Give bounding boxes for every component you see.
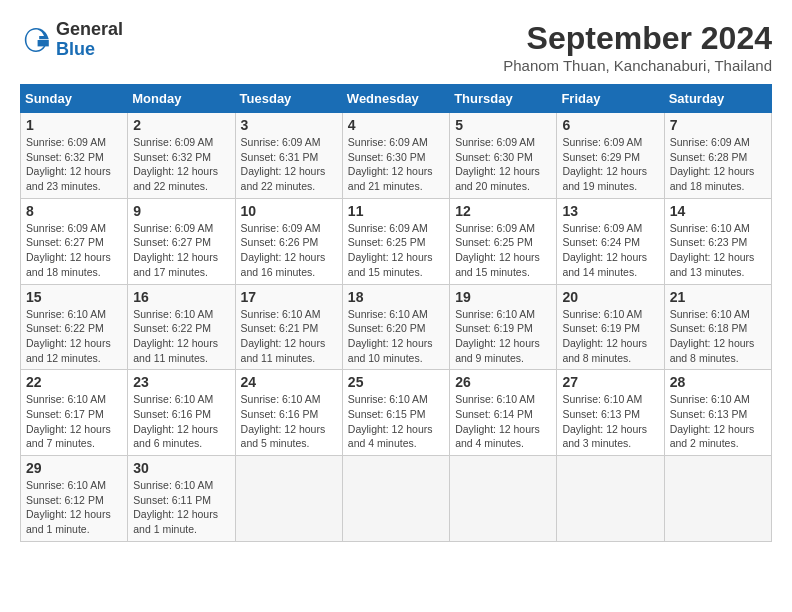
- calendar-day-cell: 6 Sunrise: 6:09 AMSunset: 6:29 PMDayligh…: [557, 113, 664, 199]
- calendar-day-cell: 15 Sunrise: 6:10 AMSunset: 6:22 PMDaylig…: [21, 284, 128, 370]
- day-number: 11: [348, 203, 444, 219]
- calendar-day-cell: 24 Sunrise: 6:10 AMSunset: 6:16 PMDaylig…: [235, 370, 342, 456]
- calendar-day-cell: 13 Sunrise: 6:09 AMSunset: 6:24 PMDaylig…: [557, 198, 664, 284]
- day-number: 20: [562, 289, 658, 305]
- day-number: 2: [133, 117, 229, 133]
- weekday-header-friday: Friday: [557, 85, 664, 113]
- day-number: 28: [670, 374, 766, 390]
- calendar-day-cell: 19 Sunrise: 6:10 AMSunset: 6:19 PMDaylig…: [450, 284, 557, 370]
- day-number: 13: [562, 203, 658, 219]
- day-number: 27: [562, 374, 658, 390]
- day-detail: Sunrise: 6:10 AMSunset: 6:13 PMDaylight:…: [562, 392, 658, 451]
- day-number: 15: [26, 289, 122, 305]
- logo-text: General Blue: [56, 20, 123, 60]
- calendar-day-cell: [235, 456, 342, 542]
- day-detail: Sunrise: 6:09 AMSunset: 6:30 PMDaylight:…: [455, 135, 551, 194]
- weekday-header-tuesday: Tuesday: [235, 85, 342, 113]
- calendar-day-cell: 27 Sunrise: 6:10 AMSunset: 6:13 PMDaylig…: [557, 370, 664, 456]
- day-detail: Sunrise: 6:10 AMSunset: 6:12 PMDaylight:…: [26, 478, 122, 537]
- day-number: 21: [670, 289, 766, 305]
- calendar-day-cell: 5 Sunrise: 6:09 AMSunset: 6:30 PMDayligh…: [450, 113, 557, 199]
- calendar-day-cell: [342, 456, 449, 542]
- calendar-day-cell: 23 Sunrise: 6:10 AMSunset: 6:16 PMDaylig…: [128, 370, 235, 456]
- day-number: 26: [455, 374, 551, 390]
- calendar-day-cell: 26 Sunrise: 6:10 AMSunset: 6:14 PMDaylig…: [450, 370, 557, 456]
- day-detail: Sunrise: 6:09 AMSunset: 6:28 PMDaylight:…: [670, 135, 766, 194]
- day-number: 16: [133, 289, 229, 305]
- day-detail: Sunrise: 6:10 AMSunset: 6:16 PMDaylight:…: [133, 392, 229, 451]
- day-detail: Sunrise: 6:09 AMSunset: 6:30 PMDaylight:…: [348, 135, 444, 194]
- calendar-day-cell: 14 Sunrise: 6:10 AMSunset: 6:23 PMDaylig…: [664, 198, 771, 284]
- day-detail: Sunrise: 6:10 AMSunset: 6:16 PMDaylight:…: [241, 392, 337, 451]
- day-number: 3: [241, 117, 337, 133]
- calendar-day-cell: 16 Sunrise: 6:10 AMSunset: 6:22 PMDaylig…: [128, 284, 235, 370]
- calendar-day-cell: 30 Sunrise: 6:10 AMSunset: 6:11 PMDaylig…: [128, 456, 235, 542]
- calendar-day-cell: 12 Sunrise: 6:09 AMSunset: 6:25 PMDaylig…: [450, 198, 557, 284]
- day-number: 19: [455, 289, 551, 305]
- weekday-header-row: SundayMondayTuesdayWednesdayThursdayFrid…: [21, 85, 772, 113]
- calendar-week-row: 15 Sunrise: 6:10 AMSunset: 6:22 PMDaylig…: [21, 284, 772, 370]
- day-detail: Sunrise: 6:09 AMSunset: 6:32 PMDaylight:…: [133, 135, 229, 194]
- day-number: 10: [241, 203, 337, 219]
- calendar-day-cell: 25 Sunrise: 6:10 AMSunset: 6:15 PMDaylig…: [342, 370, 449, 456]
- calendar-week-row: 29 Sunrise: 6:10 AMSunset: 6:12 PMDaylig…: [21, 456, 772, 542]
- day-detail: Sunrise: 6:10 AMSunset: 6:22 PMDaylight:…: [133, 307, 229, 366]
- calendar-day-cell: 1 Sunrise: 6:09 AMSunset: 6:32 PMDayligh…: [21, 113, 128, 199]
- day-number: 22: [26, 374, 122, 390]
- calendar-day-cell: 4 Sunrise: 6:09 AMSunset: 6:30 PMDayligh…: [342, 113, 449, 199]
- day-detail: Sunrise: 6:09 AMSunset: 6:31 PMDaylight:…: [241, 135, 337, 194]
- weekday-header-saturday: Saturday: [664, 85, 771, 113]
- logo: General Blue: [20, 20, 123, 60]
- calendar-day-cell: 3 Sunrise: 6:09 AMSunset: 6:31 PMDayligh…: [235, 113, 342, 199]
- calendar-day-cell: 28 Sunrise: 6:10 AMSunset: 6:13 PMDaylig…: [664, 370, 771, 456]
- calendar-day-cell: 10 Sunrise: 6:09 AMSunset: 6:26 PMDaylig…: [235, 198, 342, 284]
- calendar-day-cell: [664, 456, 771, 542]
- day-number: 12: [455, 203, 551, 219]
- weekday-header-thursday: Thursday: [450, 85, 557, 113]
- day-detail: Sunrise: 6:09 AMSunset: 6:29 PMDaylight:…: [562, 135, 658, 194]
- day-detail: Sunrise: 6:09 AMSunset: 6:25 PMDaylight:…: [455, 221, 551, 280]
- location-subtitle: Phanom Thuan, Kanchanaburi, Thailand: [503, 57, 772, 74]
- weekday-header-monday: Monday: [128, 85, 235, 113]
- calendar-day-cell: 21 Sunrise: 6:10 AMSunset: 6:18 PMDaylig…: [664, 284, 771, 370]
- day-number: 23: [133, 374, 229, 390]
- calendar-day-cell: 9 Sunrise: 6:09 AMSunset: 6:27 PMDayligh…: [128, 198, 235, 284]
- day-detail: Sunrise: 6:09 AMSunset: 6:24 PMDaylight:…: [562, 221, 658, 280]
- day-number: 4: [348, 117, 444, 133]
- calendar-day-cell: 20 Sunrise: 6:10 AMSunset: 6:19 PMDaylig…: [557, 284, 664, 370]
- calendar-day-cell: 7 Sunrise: 6:09 AMSunset: 6:28 PMDayligh…: [664, 113, 771, 199]
- day-detail: Sunrise: 6:10 AMSunset: 6:18 PMDaylight:…: [670, 307, 766, 366]
- day-number: 9: [133, 203, 229, 219]
- day-detail: Sunrise: 6:09 AMSunset: 6:25 PMDaylight:…: [348, 221, 444, 280]
- day-detail: Sunrise: 6:10 AMSunset: 6:22 PMDaylight:…: [26, 307, 122, 366]
- day-number: 29: [26, 460, 122, 476]
- day-detail: Sunrise: 6:10 AMSunset: 6:19 PMDaylight:…: [455, 307, 551, 366]
- calendar-day-cell: [557, 456, 664, 542]
- day-number: 17: [241, 289, 337, 305]
- calendar-day-cell: 18 Sunrise: 6:10 AMSunset: 6:20 PMDaylig…: [342, 284, 449, 370]
- day-number: 30: [133, 460, 229, 476]
- calendar-day-cell: [450, 456, 557, 542]
- calendar-day-cell: 22 Sunrise: 6:10 AMSunset: 6:17 PMDaylig…: [21, 370, 128, 456]
- day-detail: Sunrise: 6:10 AMSunset: 6:13 PMDaylight:…: [670, 392, 766, 451]
- day-number: 6: [562, 117, 658, 133]
- day-detail: Sunrise: 6:10 AMSunset: 6:23 PMDaylight:…: [670, 221, 766, 280]
- calendar-week-row: 1 Sunrise: 6:09 AMSunset: 6:32 PMDayligh…: [21, 113, 772, 199]
- day-number: 25: [348, 374, 444, 390]
- calendar-day-cell: 29 Sunrise: 6:10 AMSunset: 6:12 PMDaylig…: [21, 456, 128, 542]
- day-detail: Sunrise: 6:09 AMSunset: 6:27 PMDaylight:…: [26, 221, 122, 280]
- day-number: 5: [455, 117, 551, 133]
- calendar-table: SundayMondayTuesdayWednesdayThursdayFrid…: [20, 84, 772, 542]
- day-number: 18: [348, 289, 444, 305]
- calendar-day-cell: 2 Sunrise: 6:09 AMSunset: 6:32 PMDayligh…: [128, 113, 235, 199]
- day-detail: Sunrise: 6:09 AMSunset: 6:26 PMDaylight:…: [241, 221, 337, 280]
- weekday-header-wednesday: Wednesday: [342, 85, 449, 113]
- logo-icon: [20, 24, 52, 56]
- page-header: General Blue September 2024 Phanom Thuan…: [20, 20, 772, 74]
- title-block: September 2024 Phanom Thuan, Kanchanabur…: [503, 20, 772, 74]
- day-number: 7: [670, 117, 766, 133]
- day-number: 8: [26, 203, 122, 219]
- day-number: 24: [241, 374, 337, 390]
- day-number: 1: [26, 117, 122, 133]
- calendar-week-row: 8 Sunrise: 6:09 AMSunset: 6:27 PMDayligh…: [21, 198, 772, 284]
